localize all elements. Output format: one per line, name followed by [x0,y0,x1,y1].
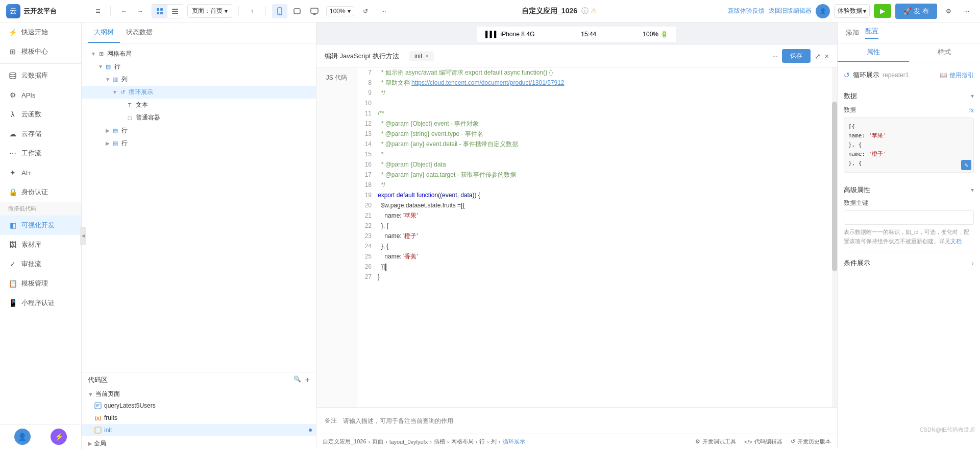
data-fx-button[interactable]: fx [969,107,974,114]
global-expand-arrow[interactable]: ▶ [88,440,92,447]
code-item-query[interactable]: queryLatest5Users [82,399,316,412]
tree-node-row1[interactable]: ▼ ▤ 行 [82,60,316,73]
sidebar-item-approval[interactable]: ✓ 审批流 [0,254,81,274]
tree-node-row3[interactable]: ▶ ▤ 行 [82,137,316,150]
notification-button[interactable]: ⚡ [51,429,67,445]
js-editor-more-icon[interactable]: ··· [772,52,778,60]
app-info-icon[interactable]: ⓘ [581,7,589,16]
sidebar-item-quick-start[interactable]: ⚡ 快速开始 [0,22,81,42]
view-grid-button[interactable] [152,5,167,18]
sidebar-item-ai[interactable]: ✦ AI+ [0,163,81,182]
return-old-editor-link[interactable]: 返回旧版编辑器 [769,7,812,15]
code-editor-button[interactable]: </> 代码编辑器 [744,438,782,445]
more-button[interactable]: ··· [377,4,391,18]
current-page-section: ▼ 当前页面 [82,388,316,399]
tree-action-more[interactable]: ≡ [304,88,312,97]
use-guide-link[interactable]: 📖 使用指引 [940,71,974,80]
add-page-button[interactable]: + [245,4,259,18]
tree-icon-row3: ▤ [111,139,119,148]
tree-arrow-row2[interactable]: ▶ [104,127,111,134]
tree-text-action[interactable]: ≡ [304,101,312,109]
forward-button[interactable]: → [133,4,148,18]
note-input[interactable] [343,417,829,424]
menu-icon[interactable]: ≡ [92,5,104,17]
panel-right-add-label[interactable]: 添加 [846,28,859,37]
js-editor-tab[interactable]: init × [409,51,434,61]
sidebar-item-storage[interactable]: ☁ 云存储 [0,124,81,144]
user-profile-button[interactable]: 👤 [14,429,31,445]
tree-arrow-row1[interactable]: ▼ [97,63,104,70]
js-editor-close-icon[interactable]: × [825,52,829,60]
tree-node-col1[interactable]: ▼ ▥ 列 [82,73,316,86]
code-item-fruits[interactable]: (x) fruits [82,412,316,424]
ai-icon: ✦ [8,168,17,177]
code-search-button[interactable]: 🔍 [293,375,301,385]
sidebar-item-template[interactable]: ⊞ 模板中心 [0,42,81,61]
code-add-button[interactable]: + [305,375,310,385]
sidebar-item-auth[interactable]: 🔒 身份认证 [0,182,81,202]
js-editor-expand-icon[interactable]: ⤢ [815,52,821,60]
run-button[interactable]: ▶ [874,4,891,18]
sidebar-collapse-button[interactable]: ◀ [80,227,86,245]
tree-arrow-grid[interactable]: ▼ [90,51,97,58]
sidebar-item-apis[interactable]: ⚙ APIs [0,85,81,105]
dev-tools-button[interactable]: ⚙ 开发调试工具 [695,438,736,445]
refresh-button[interactable]: ↺ [358,4,373,18]
template-mgmt-label: 模板管理 [21,279,48,288]
sidebar-item-assets[interactable]: 🖼 素材库 [0,235,81,254]
tab-state-data[interactable]: 状态数据 [120,22,159,43]
topbar-more2-icon[interactable]: ··· [960,4,974,18]
advanced-section-header[interactable]: 高级属性 ▾ [844,183,974,199]
tab-properties[interactable]: 属性 [838,43,909,62]
exp-data-button[interactable]: 体验数据 ▾ [834,4,870,18]
device-phone-button[interactable] [272,4,287,18]
tree-node-container[interactable]: ▶ □ 普通容器 [82,111,316,124]
condition-section-header[interactable]: 条件展示 › [844,256,974,270]
view-list-button[interactable] [167,5,183,18]
component-refresh-icon[interactable]: ↺ [844,71,850,79]
device-desktop-button[interactable] [307,4,322,18]
main-area: ⚡ 快速开始 ⊞ 模板中心 云数据库 ⚙ APIs λ 云函数 ☁ 云存储 ⋯ [0,22,980,449]
topbar-settings-icon[interactable]: ⚙ [941,4,955,18]
tree-node-text[interactable]: ▶ T 文本 ≡ [82,99,316,111]
new-version-feedback-link[interactable]: 新版体验反馈 [728,7,765,15]
advanced-doc-link[interactable]: 文档 [950,238,962,244]
tree-node-repeater[interactable]: ▼ ↺ 循环展示 ≡ [82,86,316,99]
tree-arrow-repeater[interactable]: ▼ [111,89,118,96]
data-section-header[interactable]: 数据 ▾ [844,89,974,105]
panel-right-config-label[interactable]: 配置 [865,27,878,39]
tree-node-grid-layout[interactable]: ▼ ⊞ 网格布局 [82,48,316,60]
sidebar-item-miniapp-auth[interactable]: 📱 小程序认证 [0,293,81,313]
data-key-input[interactable] [844,210,974,225]
auth-icon: 🔒 [8,187,17,197]
back-button[interactable]: ← [117,4,131,18]
tree-arrow-col1[interactable]: ▼ [104,76,111,83]
component-header: ↺ 循环展示 repeater1 📖 使用指引 [844,68,974,85]
sidebar-item-template-mgmt[interactable]: 📋 模板管理 [0,274,81,293]
sidebar-item-workflow[interactable]: ⋯ 工作流 [0,144,81,163]
publish-button[interactable]: 🚀 发 布 [895,4,937,19]
dev-history-button[interactable]: ↺ 开发历史版本 [791,438,831,445]
code-item-init[interactable]: init [82,424,316,436]
advanced-section-arrow: ▾ [971,186,974,194]
code-editor[interactable]: 7 * 如示例 async/await 编写请求 export default … [357,67,832,407]
code-scrollbar[interactable] [832,67,837,407]
svg-rect-4 [172,9,178,10]
sidebar-item-db[interactable]: 云数据库 [0,66,81,85]
tab-outline-tree[interactable]: 大纲树 [88,22,120,43]
sidebar-item-functions[interactable]: λ 云函数 [0,105,81,124]
expand-arrow[interactable]: ▼ [88,391,93,397]
zoom-selector[interactable]: 100% ▾ [326,6,354,16]
approval-icon: ✓ [8,259,17,269]
js-tab-close-icon[interactable]: × [425,53,429,60]
js-editor-save-button[interactable]: 保存 [782,49,811,63]
tab-style[interactable]: 样式 [909,43,981,62]
data-edit-button[interactable]: ✎ [961,160,971,170]
sidebar-item-visual-dev[interactable]: ◧ 可视化开发 [0,216,81,235]
tree-node-row2[interactable]: ▶ ▤ 行 [82,124,316,137]
quick-start-label: 快速开始 [21,28,48,37]
page-selector[interactable]: 页面：首页 ▾ [187,4,232,18]
device-tablet-button[interactable] [289,4,305,18]
user-avatar[interactable]: 👤 [816,4,830,18]
tree-arrow-row3[interactable]: ▶ [104,140,111,147]
